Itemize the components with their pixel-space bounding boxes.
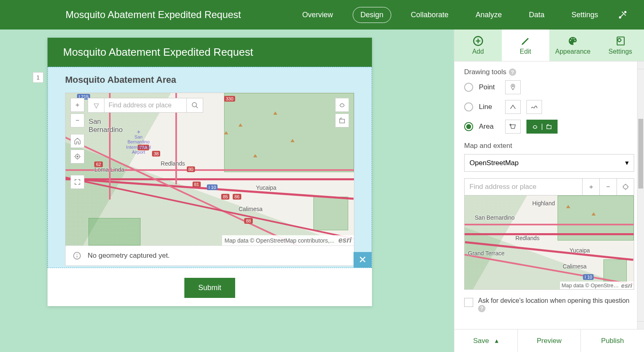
line-vertex-icon[interactable] [505,100,521,114]
panel-tabs: Add Edit Appearance Settings [454,30,644,61]
hwy-shield: 81 [193,182,201,187]
tool-point-radio[interactable] [464,83,473,92]
close-question-button[interactable]: ✕ [354,252,372,268]
locate-button[interactable] [70,150,84,164]
home-extent-button[interactable] [70,134,84,148]
city-label: Calimesa [238,206,262,212]
point-pin-icon[interactable] [505,80,521,94]
chevron-up-icon: ▴ [495,336,499,345]
area-freehand-extent-icon[interactable]: | [526,120,558,134]
hwy-shield: 86 [233,194,241,200]
svg-point-14 [512,86,514,87]
hwy-shield: 80 [187,166,195,172]
tool-area-radio[interactable] [464,122,473,131]
hwy-shield: 88 [244,218,252,224]
fullscreen-button[interactable] [70,175,84,189]
form-header: Mosquito Abatement Expedited Request [48,38,372,67]
hwy-shield: 85 [221,194,229,200]
svg-point-9 [571,38,573,39]
zoom-out-button[interactable]: − [70,114,84,127]
app-title: Mosquito Abatement Expedited Request [66,9,241,20]
tool-area-row: Area | [464,120,634,134]
svg-point-4 [77,156,78,157]
ask-location-checkbox[interactable] [464,298,473,307]
basemap-select[interactable]: OpenStreetMap ▾ [464,154,634,172]
svg-point-1 [625,11,626,13]
panel-content: Drawing tools ? Point Line [454,61,644,352]
map-canvas[interactable]: I 215 I 10 38 330 79 77A 80 81 85 86 88 … [66,93,354,245]
hwy-shield: 330 [224,96,235,102]
preview-button[interactable]: Preview [518,329,581,352]
map-toolbar: ＋ − ▽ [70,98,203,127]
submit-button[interactable]: Submit [184,278,235,298]
map-question: I 215 I 10 38 330 79 77A 80 81 85 86 88 … [65,93,354,266]
save-button[interactable]: Save ▴ [454,329,518,352]
svg-point-0 [619,17,621,18]
extent-locate-button[interactable] [617,179,634,195]
gear-page-icon [615,36,626,46]
nav-overview[interactable]: Overview [295,7,340,23]
svg-point-2 [192,102,197,107]
ask-location-label: Ask for device's location when opening t… [478,297,630,304]
help-icon[interactable]: ? [478,305,485,312]
area-polygon-icon[interactable] [505,120,521,134]
airport-label: ✈SanBernardinoInternationalAirport [126,129,151,154]
tab-settings[interactable]: Settings [596,30,644,61]
extent-zoom-in-button[interactable]: ＋ [582,179,599,195]
question-title: Mosquito Abatement Area [50,75,370,89]
extent-zoom-out-button[interactable]: − [599,179,617,195]
top-bar: Mosquito Abatement Expedited Request Ove… [0,0,644,30]
info-icon [73,252,81,260]
nav-collaborate[interactable]: Collaborate [404,7,456,23]
draw-freehand-button[interactable] [335,98,349,112]
svg-point-10 [574,38,575,39]
tool-line-row: Line [464,100,634,114]
chevron-down-icon: ▾ [625,159,629,167]
properties-panel: Add Edit Appearance Settings Drawing too… [454,30,644,352]
form-card: Mosquito Abatement Expedited Request Mos… [48,38,372,306]
zoom-in-button[interactable]: ＋ [70,98,84,112]
city-label: Redlands [161,160,185,167]
line-freehand-icon[interactable] [526,100,542,114]
question-number-badge: 1 [33,72,43,83]
map-attribution: Map data © OpenStreetMap contributors,..… [222,235,354,245]
extent-map[interactable]: San Bernardino Highland Redlands Grand T… [464,195,634,290]
bottom-actions: Save ▴ Preview Publish [454,329,644,352]
svg-point-15 [510,124,511,125]
tab-edit[interactable]: Edit [502,30,549,61]
tool-line-radio[interactable] [464,102,473,111]
scrollbar-thumb[interactable] [638,119,643,188]
extent-search-input[interactable] [465,179,582,195]
top-nav: Overview Design Collaborate Analyze Data… [295,7,628,23]
svg-point-11 [574,40,576,41]
nav-data[interactable]: Data [522,7,552,23]
geometry-status-row: No geometry captured yet. [66,245,354,266]
plus-circle-icon [473,36,483,46]
svg-rect-16 [547,125,551,129]
nav-design[interactable]: Design [353,7,391,23]
scrollbar[interactable] [637,61,644,329]
city-label: Loma Linda [94,166,124,173]
tab-appearance[interactable]: Appearance [549,30,597,61]
tools-icon[interactable] [618,10,628,20]
ask-location-row: Ask for device's location when opening t… [464,297,634,312]
help-icon[interactable]: ? [509,68,516,76]
geometry-status-text: No geometry captured yet. [88,252,170,260]
hwy-shield: 38 [152,151,160,157]
extent-attribution: Map data © OpenStre… esri [560,282,634,289]
draw-extent-button[interactable] [335,114,349,127]
nav-settings[interactable]: Settings [564,7,605,23]
tab-add[interactable]: Add [454,30,502,61]
map-search-group: ▽ [88,98,203,113]
publish-button[interactable]: Publish [581,329,644,352]
nav-analyze[interactable]: Analyze [468,7,509,23]
tool-point-row: Point [464,80,634,94]
search-icon[interactable] [186,98,203,112]
hwy-shield: I 10 [207,184,218,190]
svg-point-8 [570,40,571,41]
question-container[interactable]: Mosquito Abatement Area [48,67,372,268]
esri-logo: esri [338,236,351,245]
search-source-dropdown[interactable]: ▽ [88,98,104,112]
extent-search-row: ＋ − [464,178,634,195]
map-search-input[interactable] [104,98,186,112]
